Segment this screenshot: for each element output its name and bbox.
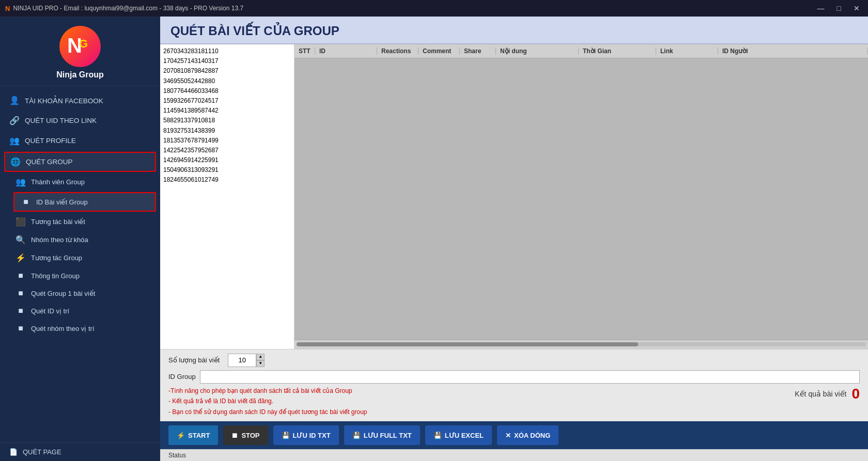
- luu-full-icon: 💾: [352, 432, 361, 439]
- status-bar: Status: [160, 449, 868, 461]
- sidebar-item-nhom-vi-tri[interactable]: ■ Quét nhóm theo vị trí: [9, 320, 160, 337]
- id-list-item: 1704257143140317: [162, 56, 292, 66]
- profile-icon: 👥: [9, 136, 20, 146]
- th-share: Share: [460, 47, 496, 55]
- luu-excel-button[interactable]: 💾 LƯU EXCEL: [425, 425, 492, 445]
- stop-button[interactable]: ⏹ STOP: [223, 425, 268, 445]
- id-list-item: 1422542357952687: [162, 146, 292, 155]
- start-label: START: [188, 432, 210, 439]
- page-title: QUÉT BÀI VIẾT CỦA GROUP: [171, 24, 858, 38]
- thong-tin-icon: ■: [16, 271, 26, 280]
- logo-text: Ninja Group: [56, 70, 104, 80]
- thanh-vien-icon: 👥: [16, 177, 26, 187]
- sidebar-item-thong-tin-label: Thông tin Group: [31, 272, 80, 280]
- so-luong-label: Số lượng bài viết: [168, 356, 220, 364]
- spinner-down[interactable]: ▼: [256, 360, 265, 367]
- sidebar-item-group[interactable]: 🌐 QUÉT GROUP: [4, 152, 156, 172]
- id-list-item: 819327531438399: [162, 126, 292, 136]
- sidebar-item-tuong-tac[interactable]: ⬛ Tương tác bài viết: [9, 213, 160, 231]
- sidebar-item-tuong-tac-label: Tương tác bài viết: [31, 218, 85, 226]
- sidebar-item-quet-1-bai-label: Quét Group 1 bài viết: [31, 290, 95, 297]
- scrollbar-thumb[interactable]: [297, 342, 638, 346]
- sidebar-footer-label: QUÉT PAGE: [23, 448, 61, 456]
- id-list-content: 2670343283181110170425714314031720708108…: [160, 44, 294, 349]
- sidebar-item-thong-tin[interactable]: ■ Thông tin Group: [9, 267, 160, 284]
- sidebar-nav: 👤 TÀI KHOẢN FACEBOOK 🔗 QUÉT UID THEO LIN…: [0, 86, 160, 442]
- sidebar-item-nhom-vi-tri-label: Quét nhóm theo vị trí: [31, 325, 95, 332]
- xoa-dong-icon: ✕: [505, 432, 511, 439]
- id-group-label: ID Group: [168, 373, 196, 380]
- app-icon: N: [5, 5, 10, 12]
- quet-vi-tri-icon: ■: [16, 306, 26, 315]
- th-thoigian: Thời Gian: [579, 47, 656, 55]
- sidebar-item-quet-vi-tri[interactable]: ■ Quét ID vị trí: [9, 302, 160, 320]
- facebook-icon: 👤: [9, 96, 20, 105]
- spinner-buttons: ▲ ▼: [256, 354, 265, 367]
- result-area: Kết quả bài viết 0: [795, 386, 860, 402]
- sidebar-item-thanh-vien[interactable]: 👥 Thành viên Group: [9, 173, 160, 191]
- id-group-input[interactable]: [200, 370, 860, 384]
- luu-id-icon: 💾: [282, 432, 290, 439]
- titlebar-title-area: N NINJA UID PRO - Email : luquynhmai99@g…: [5, 5, 243, 12]
- close-button[interactable]: ✕: [850, 3, 863, 13]
- sidebar: N G Ninja Group 👤 TÀI KHOẢN FACEBOOK 🔗 Q…: [0, 17, 160, 461]
- titlebar-title: NINJA UID PRO - Email : luquynhmai99@gma…: [13, 5, 243, 12]
- minimize-button[interactable]: —: [814, 3, 828, 13]
- id-list-item: 588291337910818: [162, 116, 292, 125]
- th-stt: STT: [295, 47, 315, 55]
- luu-id-button[interactable]: 💾 LƯU ID TXT: [273, 425, 339, 445]
- app-body: N G Ninja Group 👤 TÀI KHOẢN FACEBOOK 🔗 Q…: [0, 17, 868, 461]
- id-list-panel: 2670343283181110170425714314031720708108…: [160, 44, 295, 349]
- so-luong-input[interactable]: [228, 354, 256, 367]
- luu-excel-icon: 💾: [433, 432, 442, 439]
- scrollbar-track[interactable]: [297, 342, 866, 346]
- sidebar-item-profile[interactable]: 👥 QUÉT PROFILE: [0, 131, 160, 151]
- sidebar-item-quet-1-bai[interactable]: ■ Quét Group 1 bài viết: [9, 284, 160, 302]
- page-footer-icon: 📄: [9, 448, 18, 456]
- nhom-vi-tri-icon: ■: [16, 324, 26, 333]
- id-bai-viet-icon: ■: [21, 197, 31, 206]
- maximize-button[interactable]: □: [834, 3, 844, 13]
- result-label: Kết quả bài viết: [795, 390, 846, 398]
- info-area: -Tính năng cho phép bạn quét danh sách t…: [168, 386, 860, 417]
- sidebar-item-tuong-tac-group-label: Tương tác Group: [31, 254, 82, 262]
- th-idnguoi: ID Người: [718, 47, 868, 55]
- spinner-up[interactable]: ▲: [256, 354, 265, 360]
- action-buttons: ⚡ START ⏹ STOP 💾 LƯU ID TXT 💾 LƯU FULL T…: [160, 421, 868, 449]
- sidebar-item-id-bai-viet[interactable]: ■ ID Bài viết Group: [13, 192, 156, 212]
- table-panel: STT ID Reactions Comment Share Nội dung …: [295, 44, 868, 349]
- sidebar-footer-page[interactable]: 📄 QUÉT PAGE: [0, 442, 160, 461]
- sidebar-item-facebook[interactable]: 👤 TÀI KHOẢN FACEBOOK: [0, 90, 160, 110]
- main-content: QUÉT BÀI VIẾT CỦA GROUP 2670343283181110…: [160, 17, 868, 461]
- info-text: -Tính năng cho phép bạn quét danh sách t…: [168, 386, 367, 417]
- th-id: ID: [315, 47, 377, 55]
- sidebar-item-tuong-tac-group[interactable]: ⚡ Tương tác Group: [9, 249, 160, 267]
- main-body: 2670343283181110170425714314031720708108…: [160, 44, 868, 349]
- id-list-item: 1504906313093291: [162, 165, 292, 175]
- quet-1-bai-icon: ■: [16, 289, 26, 298]
- sidebar-item-nhom-tu-khoa-label: Nhóm theo từ khóa: [31, 236, 88, 244]
- result-value: 0: [851, 386, 860, 402]
- stop-label: STOP: [241, 432, 259, 439]
- main-header: QUÉT BÀI VIẾT CỦA GROUP: [160, 17, 868, 44]
- stop-icon: ⏹: [231, 432, 238, 439]
- logo-icon: N G: [59, 26, 101, 67]
- th-link: Link: [656, 47, 718, 55]
- sidebar-item-quet-vi-tri-label: Quét ID vị trí: [31, 307, 69, 315]
- luu-full-button[interactable]: 💾 LƯU FULL TXT: [344, 425, 420, 445]
- table-scrollbar[interactable]: [295, 340, 868, 349]
- number-input-wrap: ▲ ▼: [228, 354, 265, 367]
- sidebar-item-nhom-tu-khoa[interactable]: 🔍 Nhóm theo từ khóa: [9, 231, 160, 249]
- table-header: STT ID Reactions Comment Share Nội dung …: [295, 44, 868, 58]
- luu-id-label: LƯU ID TXT: [293, 432, 331, 439]
- titlebar-controls[interactable]: — □ ✕: [814, 3, 863, 13]
- sidebar-item-id-bai-viet-label: ID Bài viết Group: [36, 198, 88, 206]
- table-body: [295, 58, 868, 340]
- tuong-tac-icon: ⬛: [16, 217, 26, 227]
- start-button[interactable]: ⚡ START: [168, 425, 218, 445]
- id-list-item: 1145941389587442: [162, 106, 292, 116]
- sidebar-item-uid-link[interactable]: 🔗 QUÉT UID THEO LINK: [0, 110, 160, 131]
- svg-text:G: G: [79, 37, 88, 50]
- xoa-dong-button[interactable]: ✕ XÓA DÒNG: [497, 425, 559, 445]
- id-list-item: 1426945914225991: [162, 155, 292, 165]
